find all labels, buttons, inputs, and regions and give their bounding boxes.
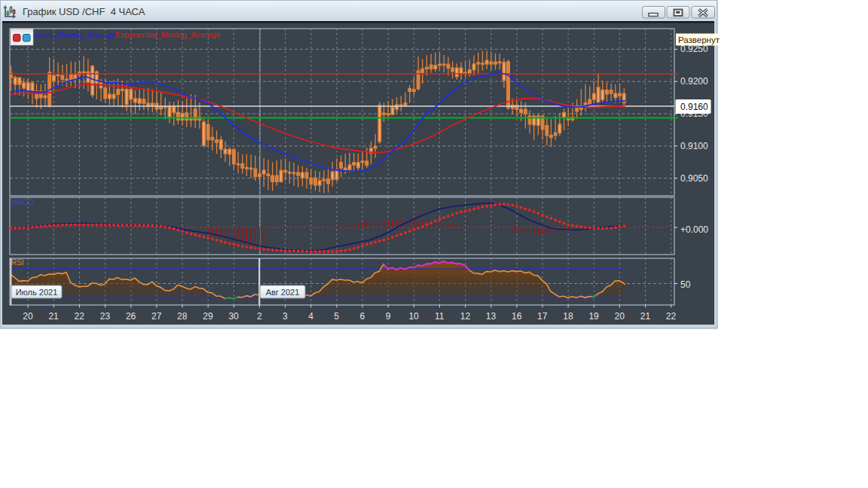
svg-text:0.9100: 0.9100 (680, 141, 708, 151)
svg-text:0.9160: 0.9160 (680, 102, 708, 112)
svg-text:21: 21 (640, 311, 651, 322)
svg-text:17: 17 (537, 311, 548, 322)
svg-text:29: 29 (203, 311, 213, 322)
svg-text:22: 22 (666, 311, 677, 322)
svg-text:22: 22 (75, 311, 85, 322)
svg-text:5: 5 (334, 311, 339, 322)
svg-text:11: 11 (435, 311, 445, 322)
svg-text:18: 18 (563, 311, 573, 322)
svg-text:50: 50 (680, 279, 691, 290)
svg-text:MACD: MACD (11, 198, 33, 206)
svg-text:Развернут: Развернут (678, 35, 720, 44)
svg-text:2: 2 (257, 311, 262, 322)
svg-text:21: 21 (48, 311, 59, 322)
svg-text:0.9200: 0.9200 (680, 76, 708, 87)
svg-text:26: 26 (126, 311, 136, 322)
svg-text:6: 6 (359, 311, 365, 322)
svg-text:0.9050: 0.9050 (680, 173, 708, 184)
svg-text:График USD /CHF 4 ЧАСА: График USD /CHF 4 ЧАСА (23, 6, 145, 17)
svg-text:Авг 2021: Авг 2021 (266, 288, 300, 297)
svg-text:23: 23 (100, 311, 111, 322)
svg-text:19: 19 (588, 311, 599, 322)
svg-text:12: 12 (460, 311, 471, 322)
svg-text:16: 16 (512, 311, 522, 322)
svg-text:Exponential_Moving_Average: Exponential_Moving_Average (115, 30, 220, 39)
svg-text:27: 27 (151, 311, 162, 322)
svg-text:Июль 2021: Июль 2021 (16, 288, 58, 297)
svg-text:30: 30 (228, 311, 239, 322)
svg-text:3: 3 (283, 311, 288, 322)
svg-text:4: 4 (308, 311, 313, 322)
svg-text:13: 13 (486, 311, 497, 322)
svg-text:20: 20 (23, 311, 33, 322)
svg-text:RSI: RSI (11, 258, 24, 267)
svg-text:9: 9 (386, 311, 391, 322)
svg-text:ential_Moving_Average: ential_Moving_Average (34, 30, 117, 39)
svg-text:20: 20 (615, 311, 625, 322)
svg-text:+0.000: +0.000 (680, 224, 708, 235)
svg-text:10: 10 (408, 311, 419, 322)
svg-text:28: 28 (177, 311, 188, 322)
